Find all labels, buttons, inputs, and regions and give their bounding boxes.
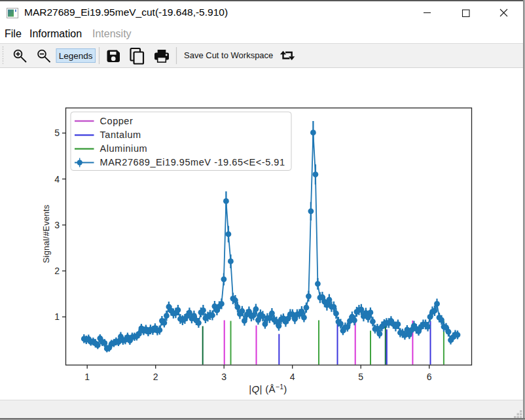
svg-text:1: 1 <box>54 311 60 322</box>
svg-text:4: 4 <box>54 174 60 184</box>
svg-text:Aluminium: Aluminium <box>100 143 148 154</box>
svg-text:2: 2 <box>153 372 158 382</box>
svg-text:1: 1 <box>84 372 90 382</box>
svg-text:Tantalum: Tantalum <box>100 130 141 140</box>
svg-text:Copper: Copper <box>100 116 134 126</box>
svg-text:3: 3 <box>54 220 60 230</box>
svg-text:Legends: Legends <box>59 51 93 61</box>
svg-text:2: 2 <box>54 266 60 276</box>
svg-text:MAR27689_Ei19.95meV -19.65<E<-: MAR27689_Ei19.95meV -19.65<E<-5.91 <box>100 157 285 167</box>
svg-text:5: 5 <box>54 128 60 138</box>
svg-text:Save Cut to Workspace: Save Cut to Workspace <box>184 50 273 60</box>
svg-text:6: 6 <box>427 372 432 382</box>
svg-text:5: 5 <box>358 372 363 382</box>
svg-text:3: 3 <box>221 372 226 382</box>
svg-text:4: 4 <box>290 372 295 382</box>
svg-text:Signal/#Events: Signal/#Events <box>41 204 51 263</box>
